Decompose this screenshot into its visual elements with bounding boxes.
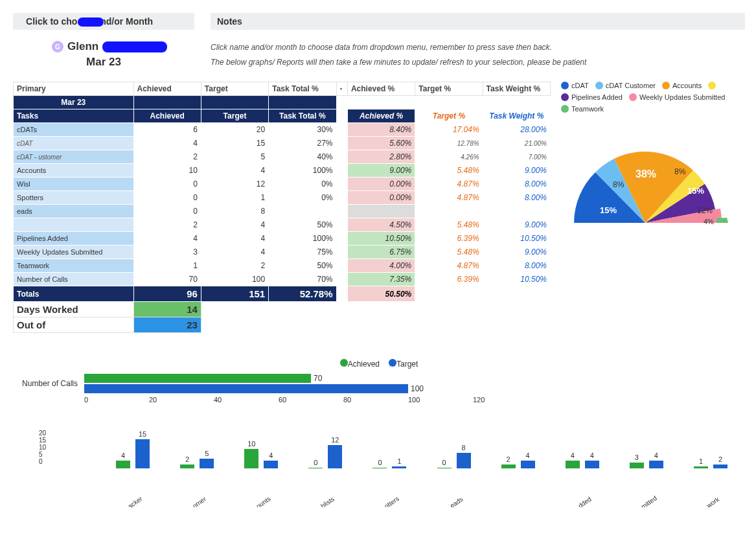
table-row: cDAT41527%5.60%12.78%21.00% xyxy=(14,137,551,150)
table-row: Number of Calls7010070%7.35%6.39%10.50% xyxy=(14,273,551,286)
table-row: Wisl0120%0.00%4.87%8.00% xyxy=(14,178,551,191)
calls-bar-chart: Achieved Target Number of Calls 70 100 0… xyxy=(13,359,745,404)
out-of-row: Out of 23 xyxy=(14,317,551,333)
svg-text:4%: 4% xyxy=(704,218,714,225)
chooser-header: Click to choose and/or Month xyxy=(13,13,194,30)
legend-item: Accounts xyxy=(662,82,702,89)
month-selector[interactable]: Mar 23 xyxy=(13,56,194,69)
svg-text:8%: 8% xyxy=(674,167,686,176)
mini-chart: 12work xyxy=(681,430,745,494)
svg-text:15%: 15% xyxy=(600,205,617,215)
pie-legend: cDATcDAT Customer Accounts Pipelines Add… xyxy=(561,82,736,113)
svg-text:38%: 38% xyxy=(636,168,656,179)
days-worked-row: Days Worked 14 xyxy=(14,302,551,317)
user-selector[interactable]: G Glenn xyxy=(13,40,194,53)
table-row: eads08 xyxy=(14,205,551,218)
legend-item: Pipelines Added xyxy=(561,93,623,101)
table-row: Accounts104100%9.00%5.48%9.00% xyxy=(14,164,551,178)
month-row: Mar 23 xyxy=(14,96,551,109)
table-row: cDAT - ustomer2540%2.80%4.26%7.00% xyxy=(14,150,551,164)
bar-legend: Achieved Target xyxy=(13,359,745,369)
legend-item: cDAT xyxy=(561,82,589,89)
data-table: Primary Achieved Target Task Total % - A… xyxy=(13,82,551,333)
totals-row: Totals 96 151 52.78% 50.50% 60.87% 100.0… xyxy=(14,286,551,302)
mini-chart: 34mitted xyxy=(617,430,681,494)
pie-chart: 15% 8% 38% 8% 15% 12% 4% xyxy=(561,132,736,231)
svg-text:15%: 15% xyxy=(687,186,704,196)
legend-item: Weekly Updates Submitted xyxy=(629,93,725,101)
legend-item: cDAT Customer xyxy=(595,82,656,89)
mini-chart: 44dded xyxy=(553,430,617,494)
table-row: 2450%4.50%5.48%9.00% xyxy=(14,218,551,232)
tasks-header-row: Tasks Achieved Target Task Total % Achie… xyxy=(14,109,551,123)
mini-chart: 24 xyxy=(488,430,553,494)
legend-item xyxy=(708,82,718,89)
table-row: Spotters010%0.00%4.87%8.00% xyxy=(14,191,551,205)
mini-chart: 25omer xyxy=(167,430,231,494)
notes-header: Notes xyxy=(211,13,745,30)
mini-chart: 104ounts xyxy=(231,430,295,494)
table-row: Teamwork1250%4.00%4.87%8.00% xyxy=(14,259,551,273)
mini-chart: 012hlists xyxy=(295,430,360,494)
svg-text:8%: 8% xyxy=(613,180,624,189)
bar-category-label: Number of Calls xyxy=(13,374,78,388)
mini-chart: 415acker xyxy=(103,430,167,494)
mini-chart: 08eads xyxy=(424,430,488,494)
legend-item: Teamwork xyxy=(561,105,604,113)
svg-text:12%: 12% xyxy=(697,206,713,215)
mini-bar-charts: 20151050415acker25omer104ounts012hlists0… xyxy=(39,430,745,494)
mini-chart: 01otters xyxy=(360,430,424,494)
table-row: cDATs62030%8.40%17.04%28.00% xyxy=(14,123,551,137)
table-row: Pipelines Added44100%10.50%6.39%10.50% xyxy=(14,232,551,246)
table-header-row: Primary Achieved Target Task Total % - A… xyxy=(14,82,551,96)
user-name: Glenn xyxy=(67,40,98,53)
avatar: G xyxy=(52,41,63,52)
notes-body: Click name and/or month to choose data f… xyxy=(211,34,745,75)
bar-axis: 020406080100120 xyxy=(84,396,745,404)
table-row: Weekly Updates Submitted3475%6.75%5.48%9… xyxy=(14,246,551,259)
